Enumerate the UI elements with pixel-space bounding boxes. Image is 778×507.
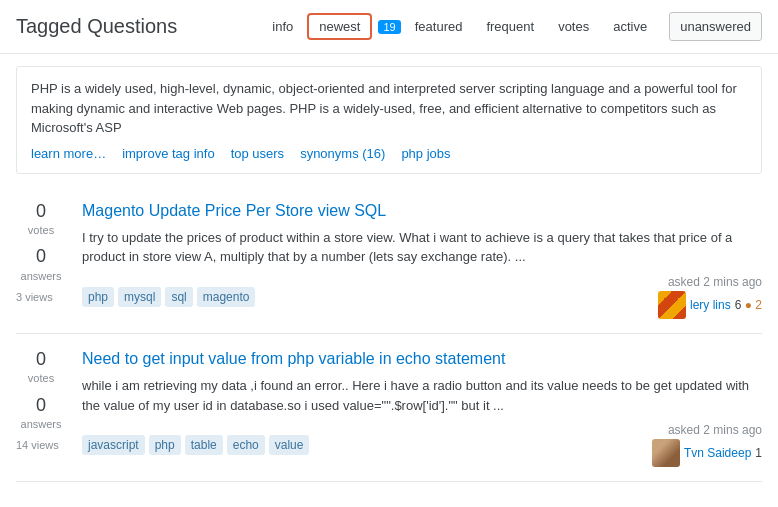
answers-label: answers: [21, 417, 62, 431]
tab-active[interactable]: active: [603, 13, 657, 40]
question-content: Need to get input value from php variabl…: [82, 348, 762, 467]
tag-links: learn more… improve tag info top users s…: [31, 146, 747, 161]
user-line: Tvn Saideep 1: [652, 439, 762, 467]
answers-block: 0 answers: [21, 245, 62, 283]
user-badge: ● 2: [745, 298, 762, 312]
answer-count: 0: [21, 394, 62, 417]
user-rep: 6 ● 2: [735, 298, 762, 312]
tag-magento[interactable]: magento: [197, 287, 256, 307]
user-line: lery lins 6 ● 2: [658, 291, 762, 319]
votes-block: 0 votes: [28, 348, 54, 386]
tag-table[interactable]: table: [185, 435, 223, 455]
question-title[interactable]: Need to get input value from php variabl…: [82, 348, 762, 370]
question-tags: javascript php table echo value: [82, 435, 309, 455]
tag-info-box: PHP is a widely used, high-level, dynami…: [16, 66, 762, 174]
answers-label: answers: [21, 269, 62, 283]
avatar: [652, 439, 680, 467]
votes-label: votes: [28, 371, 54, 385]
avatar: [658, 291, 686, 319]
php-jobs-link[interactable]: php jobs: [401, 146, 450, 161]
answers-block: 0 answers: [21, 394, 62, 432]
featured-badge: 19: [378, 20, 400, 34]
vote-count: 0: [28, 200, 54, 223]
answer-count: 0: [21, 245, 62, 268]
tag-javascript[interactable]: javascript: [82, 435, 145, 455]
page-header: Tagged Questions info newest 19 featured…: [0, 0, 778, 54]
tag-mysql[interactable]: mysql: [118, 287, 161, 307]
votes-block: 0 votes: [28, 200, 54, 238]
tag-value[interactable]: value: [269, 435, 310, 455]
tags-and-user: php mysql sql magento asked 2 mins ago l…: [82, 275, 762, 319]
tab-newest[interactable]: newest: [307, 13, 372, 40]
user-meta: asked 2 mins ago lery lins 6 ● 2: [658, 275, 762, 319]
question-excerpt: I try to update the prices of product wi…: [82, 228, 762, 267]
table-row: 0 votes 0 answers 14 views Need to get i…: [16, 334, 762, 482]
unanswered-button[interactable]: unanswered: [669, 12, 762, 41]
tag-sql[interactable]: sql: [165, 287, 192, 307]
tag-echo[interactable]: echo: [227, 435, 265, 455]
user-meta: asked 2 mins ago Tvn Saideep 1: [652, 423, 762, 467]
tab-frequent[interactable]: frequent: [476, 13, 544, 40]
question-content: Magento Update Price Per Store view SQL …: [82, 200, 762, 319]
vote-count: 0: [28, 348, 54, 371]
views-block: 14 views: [16, 439, 66, 451]
tab-featured[interactable]: featured: [405, 13, 473, 40]
improve-tag-link[interactable]: improve tag info: [122, 146, 215, 161]
tag-php[interactable]: php: [82, 287, 114, 307]
question-tags: php mysql sql magento: [82, 287, 255, 307]
table-row: 0 votes 0 answers 3 views Magento Update…: [16, 186, 762, 334]
user-rep: 1: [755, 446, 762, 460]
tab-votes[interactable]: votes: [548, 13, 599, 40]
tab-info[interactable]: info: [262, 13, 303, 40]
synonyms-link[interactable]: synonyms (16): [300, 146, 385, 161]
user-info: asked 2 mins ago Tvn Saideep 1: [652, 423, 762, 467]
user-name[interactable]: Tvn Saideep: [684, 446, 751, 460]
questions-list: 0 votes 0 answers 3 views Magento Update…: [0, 186, 778, 483]
top-users-link[interactable]: top users: [231, 146, 284, 161]
user-info: asked 2 mins ago lery lins 6 ● 2: [658, 275, 762, 319]
question-excerpt: while i am retrieving my data ,i found a…: [82, 376, 762, 415]
votes-label: votes: [28, 223, 54, 237]
user-name[interactable]: lery lins: [690, 298, 731, 312]
tag-description: PHP is a widely used, high-level, dynami…: [31, 79, 747, 138]
question-title[interactable]: Magento Update Price Per Store view SQL: [82, 200, 762, 222]
question-stats: 0 votes 0 answers 14 views: [16, 348, 66, 467]
views-block: 3 views: [16, 291, 66, 303]
learn-more-link[interactable]: learn more…: [31, 146, 106, 161]
nav-tabs: info newest 19 featured frequent votes a…: [262, 12, 762, 41]
question-stats: 0 votes 0 answers 3 views: [16, 200, 66, 319]
asked-time: asked 2 mins ago: [668, 423, 762, 437]
tag-php[interactable]: php: [149, 435, 181, 455]
tags-and-user: javascript php table echo value asked 2 …: [82, 423, 762, 467]
asked-time: asked 2 mins ago: [668, 275, 762, 289]
page-title: Tagged Questions: [16, 15, 177, 38]
